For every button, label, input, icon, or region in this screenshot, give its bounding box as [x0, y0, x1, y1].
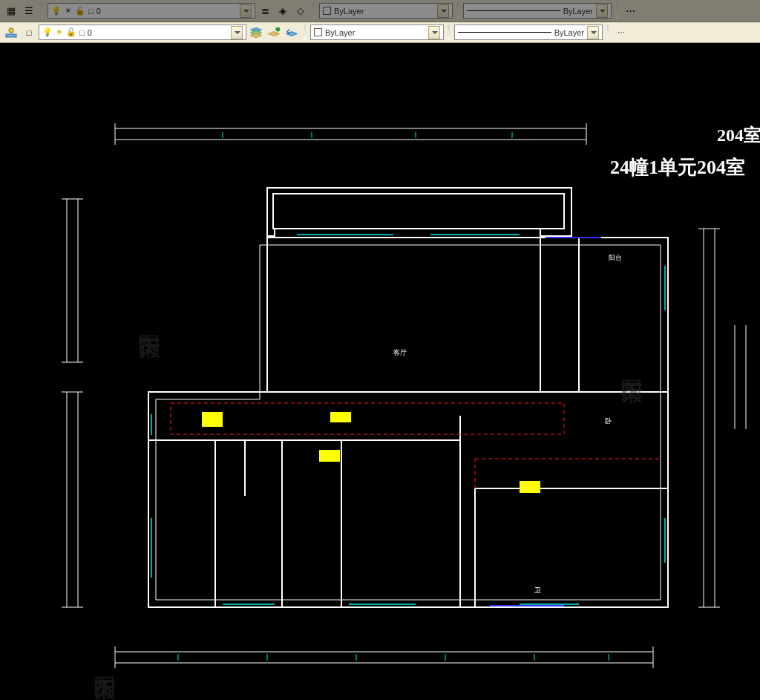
dropdown-arrow-icon[interactable] [587, 26, 599, 39]
separator [616, 3, 618, 19]
svg-rect-60 [171, 403, 564, 434]
separator [42, 3, 43, 19]
ghost-btn: ◈ [275, 3, 291, 19]
layer-match-button[interactable] [266, 24, 282, 41]
dropdown-arrow-icon [240, 4, 252, 18]
color-swatch [323, 7, 331, 15]
separator [313, 3, 315, 19]
linetype-preview [467, 10, 560, 11]
color-label: ByLayer [334, 7, 364, 16]
lock-icon: 🔓 [66, 27, 76, 37]
plot-icon: □ [79, 28, 85, 37]
toolbar-separator [304, 24, 306, 41]
toolbar-separator [448, 24, 450, 41]
toolbar-ghost: ▦ ☰ 💡☀🔓□ 0 ≣ ◈ ◇ ByLayer ByLayer ⋯ [0, 0, 760, 22]
svg-point-0 [9, 28, 13, 33]
dropdown-arrow-icon[interactable] [428, 26, 440, 39]
color-label: ByLayer [325, 28, 355, 37]
svg-rect-1 [6, 34, 16, 37]
layers-toolbar: □ 💡 ☀ 🔓 □ 0 ByLayer ByLayer ⋯ [0, 22, 760, 43]
ghost-color-combo: ByLayer [319, 3, 453, 19]
floor-plan: 客厅 阳台 卧 卫 [0, 43, 760, 700]
lightbulb-icon: 💡 [42, 27, 53, 37]
color-combo[interactable]: ByLayer [310, 24, 444, 40]
layer-states-button[interactable] [3, 24, 19, 41]
dropdown-arrow-icon [437, 4, 449, 18]
ghost-btn: ◇ [292, 3, 309, 19]
linetype-label: ByLayer [563, 7, 593, 16]
ghost-linetype-combo: ByLayer [463, 3, 612, 19]
ghost-btn: ≣ [257, 3, 273, 19]
lineweight-button[interactable]: ⋯ [613, 24, 629, 41]
svg-text:客厅: 客厅 [393, 349, 407, 356]
dropdown-arrow-icon[interactable] [231, 26, 243, 39]
toolbar-separator [607, 24, 609, 41]
dropdown-arrow-icon [596, 4, 608, 18]
separator [457, 3, 459, 19]
ghost-layer-combo: 💡☀🔓□ 0 [48, 3, 255, 19]
layer-combo[interactable]: 💡 ☀ 🔓 □ 0 [39, 24, 246, 40]
drawing-title-edge: 204室 [717, 123, 760, 147]
sun-icon: ☀ [56, 27, 63, 37]
ghost-btn: ☰ [21, 3, 37, 19]
layer-walk-button[interactable]: □ [21, 24, 37, 41]
svg-rect-63 [202, 412, 223, 427]
linetype-label: ByLayer [554, 28, 584, 37]
linetype-preview [458, 32, 551, 33]
svg-rect-65 [319, 450, 340, 462]
svg-text:阳台: 阳台 [609, 254, 622, 261]
svg-rect-64 [330, 412, 351, 422]
svg-text:卫: 卫 [534, 586, 541, 594]
color-swatch [314, 28, 322, 36]
layer-name-label: 0 [88, 28, 92, 37]
layer-properties-button[interactable] [248, 24, 264, 41]
layer-name-label: 0 [96, 7, 101, 16]
drawing-title: 24幢1单元204室 [610, 154, 745, 180]
ghost-btn: ⋯ [622, 3, 638, 19]
svg-point-2 [275, 27, 280, 31]
drawing-canvas[interactable]: 客厅 阳台 卧 卫 24幢1单元204室 204室 图行天下 图行天下 图行天下 [0, 43, 760, 700]
layer-previous-button[interactable] [284, 24, 300, 41]
svg-text:卧: 卧 [605, 417, 612, 425]
svg-rect-66 [520, 481, 540, 493]
ghost-btn: ▦ [3, 3, 19, 19]
linetype-combo[interactable]: ByLayer [454, 24, 603, 40]
